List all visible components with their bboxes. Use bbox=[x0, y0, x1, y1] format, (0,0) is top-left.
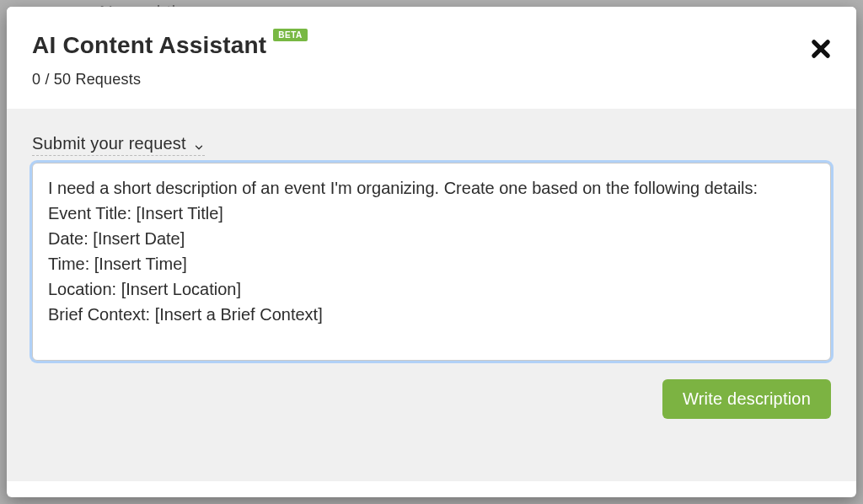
submit-request-dropdown[interactable]: Submit your request bbox=[32, 134, 205, 156]
modal-title: AI Content Assistant bbox=[32, 32, 266, 59]
requests-count: 0 / 50 Requests bbox=[32, 71, 831, 88]
beta-badge: BETA bbox=[273, 29, 307, 41]
close-button[interactable] bbox=[809, 37, 833, 61]
close-icon bbox=[809, 37, 833, 61]
request-textarea[interactable] bbox=[32, 163, 831, 361]
ai-content-assistant-modal: AI Content Assistant BETA 0 / 50 Request… bbox=[7, 7, 856, 497]
write-description-button[interactable]: Write description bbox=[662, 379, 831, 419]
title-row: AI Content Assistant BETA bbox=[32, 32, 831, 59]
modal-header: AI Content Assistant BETA 0 / 50 Request… bbox=[7, 7, 856, 109]
modal-body: Submit your request Write description bbox=[7, 109, 856, 481]
section-label-text: Submit your request bbox=[32, 134, 186, 153]
modal-footer: Write description bbox=[32, 379, 831, 419]
chevron-down-icon bbox=[193, 138, 205, 150]
